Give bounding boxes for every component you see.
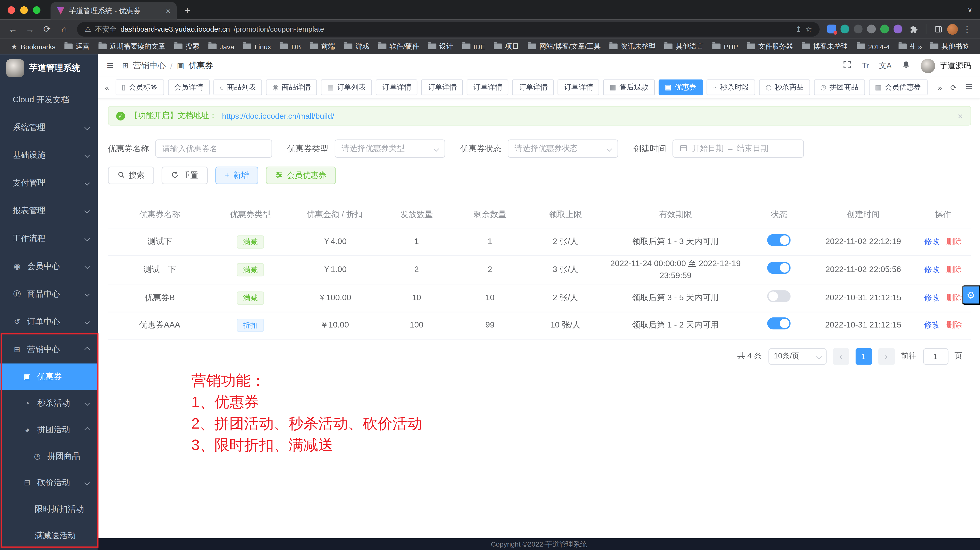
member-coupon-button[interactable]: 会员优惠券 bbox=[266, 166, 336, 184]
sidebar-item-member-center[interactable]: ◉会员中心 bbox=[0, 252, 98, 280]
sidebar-item-order-center[interactable]: ↺订单中心 bbox=[0, 308, 98, 336]
delete-link[interactable]: 删除 bbox=[946, 321, 962, 330]
tab-close-icon[interactable]: × bbox=[166, 6, 170, 16]
edit-link[interactable]: 修改 bbox=[924, 321, 940, 330]
sidebar-item-report[interactable]: 报表管理 bbox=[0, 197, 98, 225]
hamburger-icon[interactable]: ≡ bbox=[107, 60, 113, 71]
status-toggle[interactable] bbox=[767, 317, 791, 330]
tabs-scroll-right-icon[interactable]: » bbox=[936, 83, 944, 92]
tab-订单详情[interactable]: 订单详情 bbox=[376, 79, 418, 95]
back-icon[interactable]: ← bbox=[5, 22, 21, 36]
tabs-menu-icon[interactable] bbox=[963, 82, 975, 92]
bookmark-folder[interactable]: PHP bbox=[708, 40, 743, 53]
security-label[interactable]: 不安全 bbox=[95, 24, 117, 34]
prev-page-button[interactable]: ‹ bbox=[832, 348, 849, 365]
sidebar-item-full-reduction[interactable]: 满减送活动 bbox=[0, 523, 98, 549]
tab-search-icon[interactable]: ∨ bbox=[967, 6, 972, 14]
status-toggle[interactable] bbox=[767, 290, 791, 303]
edit-link[interactable]: 修改 bbox=[924, 294, 940, 303]
reload-icon[interactable]: ⟳ bbox=[39, 22, 55, 36]
bookmark-folder[interactable]: 近期需要读的文章 bbox=[94, 40, 170, 53]
bookmark-folder[interactable]: 运营 bbox=[60, 40, 94, 53]
tab-订单列表[interactable]: ▤订单列表 bbox=[321, 79, 372, 95]
minimize-window-button[interactable] bbox=[20, 6, 28, 13]
bookmark-folder[interactable]: Linux bbox=[239, 40, 275, 53]
goto-page-input[interactable] bbox=[923, 348, 948, 365]
sidebar-item-cloud-docs[interactable]: Cloud 开发文档 bbox=[0, 86, 98, 114]
bookmark-folder[interactable]: 网站/博客/文章/工具 bbox=[523, 40, 605, 53]
extension-icon[interactable] bbox=[854, 25, 863, 33]
tab-会员优惠券[interactable]: ▥会员优惠券 bbox=[869, 79, 927, 95]
bookmarks-manager[interactable]: ★ Bookmarks bbox=[6, 40, 60, 52]
tab-订单详情[interactable]: 订单详情 bbox=[467, 79, 509, 95]
home-icon[interactable]: ⌂ bbox=[56, 22, 72, 36]
bookmark-folder[interactable]: 设计 bbox=[423, 40, 458, 53]
coupon-name-input[interactable] bbox=[155, 139, 272, 158]
coupon-type-select[interactable]: 请选择优惠券类型 bbox=[335, 139, 445, 158]
bookmarks-overflow-icon[interactable]: » bbox=[914, 43, 926, 50]
bookmark-folder[interactable]: 搜索 bbox=[170, 40, 204, 53]
bookmark-folder[interactable]: 软件/硬件 bbox=[374, 40, 423, 53]
bookmark-folder[interactable]: 项目 bbox=[490, 40, 523, 53]
date-range-picker[interactable]: 开始日期 – 结束日期 bbox=[672, 139, 804, 158]
settings-fab[interactable]: ⚙ bbox=[962, 285, 980, 305]
sidebar-item-system[interactable]: 系统管理 bbox=[0, 114, 98, 141]
tabs-scroll-left-icon[interactable]: « bbox=[103, 83, 111, 92]
bookmark-star-icon[interactable]: ☆ bbox=[805, 25, 812, 33]
bookmark-folder[interactable]: 游戏 bbox=[339, 40, 374, 53]
user-menu[interactable]: 芋道源码 bbox=[921, 59, 971, 73]
status-toggle[interactable] bbox=[767, 234, 791, 246]
tab-商品列表[interactable]: ○商品列表 bbox=[213, 79, 262, 95]
bell-icon[interactable] bbox=[902, 60, 910, 71]
bookmark-folder[interactable]: 资讯未整理 bbox=[605, 40, 660, 53]
edit-link[interactable]: 修改 bbox=[924, 237, 940, 246]
bookmark-folder[interactable]: DB bbox=[275, 40, 305, 53]
bookmark-folder[interactable]: 2014-4 bbox=[852, 40, 894, 53]
tab-商品详情[interactable]: ◉商品详情 bbox=[266, 79, 317, 95]
extensions-puzzle-icon[interactable] bbox=[906, 22, 922, 36]
current-page[interactable]: 1 bbox=[855, 348, 872, 365]
bookmark-folder[interactable]: 生活 bbox=[894, 40, 914, 53]
tab-优惠券[interactable]: ▣优惠券 bbox=[659, 79, 703, 95]
add-button[interactable]: + 新增 bbox=[215, 166, 258, 184]
sidebar-item-groupbuy-product[interactable]: ◷拼团商品 bbox=[0, 443, 98, 469]
delete-link[interactable]: 删除 bbox=[946, 237, 962, 246]
sidebar-item-payment[interactable]: 支付管理 bbox=[0, 169, 98, 197]
sidebar-item-seckill[interactable]: ◔秒杀活动 bbox=[0, 390, 98, 417]
next-page-button[interactable]: › bbox=[878, 348, 894, 365]
extension-icon[interactable] bbox=[827, 25, 836, 33]
sidebar-item-workflow[interactable]: 工作流程 bbox=[0, 225, 98, 252]
bookmark-folder[interactable]: IDE bbox=[458, 40, 489, 53]
banner-link[interactable]: https://doc.iocoder.cn/mall/build/ bbox=[222, 111, 334, 120]
tab-秒杀时段[interactable]: ◔秒杀时段 bbox=[706, 79, 756, 95]
breadcrumb-item[interactable]: 营销中心 bbox=[133, 60, 166, 71]
page-size-select[interactable]: 10条/页 bbox=[768, 348, 826, 365]
browser-menu-icon[interactable]: ⋮ bbox=[959, 22, 975, 36]
close-window-button[interactable] bbox=[8, 6, 15, 13]
tab-会员标签[interactable]: ▯会员标签 bbox=[115, 79, 164, 95]
sidebar-item-product-center[interactable]: Ⓟ商品中心 bbox=[0, 280, 98, 308]
banner-close-icon[interactable]: × bbox=[958, 111, 963, 121]
font-size-icon[interactable]: Tr bbox=[862, 61, 869, 70]
app-logo-row[interactable]: 芋道管理系统 bbox=[0, 54, 98, 82]
side-panel-icon[interactable] bbox=[930, 22, 946, 36]
share-icon[interactable]: ↥ bbox=[795, 25, 802, 33]
coupon-status-select[interactable]: 请选择优惠券状态 bbox=[508, 139, 618, 158]
tab-售后退款[interactable]: ▦售后退款 bbox=[603, 79, 655, 95]
bookmark-folder[interactable]: 前端 bbox=[305, 40, 339, 53]
language-icon[interactable]: 文A bbox=[879, 60, 891, 71]
tab-订单详情[interactable]: 订单详情 bbox=[558, 79, 600, 95]
other-bookmarks-folder[interactable]: 其他书签 bbox=[926, 40, 974, 53]
address-bar[interactable]: ⚠ 不安全 dashboard-vue3.yudao.iocoder.cn /p… bbox=[77, 22, 820, 36]
tab-秒杀商品[interactable]: ◍秒杀商品 bbox=[759, 79, 810, 95]
bookmark-folder[interactable]: Java bbox=[204, 40, 239, 53]
status-toggle[interactable] bbox=[767, 262, 791, 274]
delete-link[interactable]: 删除 bbox=[946, 294, 962, 303]
tab-订单详情[interactable]: 订单详情 bbox=[512, 79, 554, 95]
bookmark-folder[interactable]: 博客未整理 bbox=[797, 40, 852, 53]
sidebar-item-marketing-center[interactable]: ⊞营销中心 bbox=[0, 336, 98, 363]
tab-订单详情[interactable]: 订单详情 bbox=[422, 79, 463, 95]
extension-icon[interactable] bbox=[867, 25, 876, 33]
bookmark-folder[interactable]: 文件服务器 bbox=[742, 40, 797, 53]
edit-link[interactable]: 修改 bbox=[924, 265, 940, 274]
